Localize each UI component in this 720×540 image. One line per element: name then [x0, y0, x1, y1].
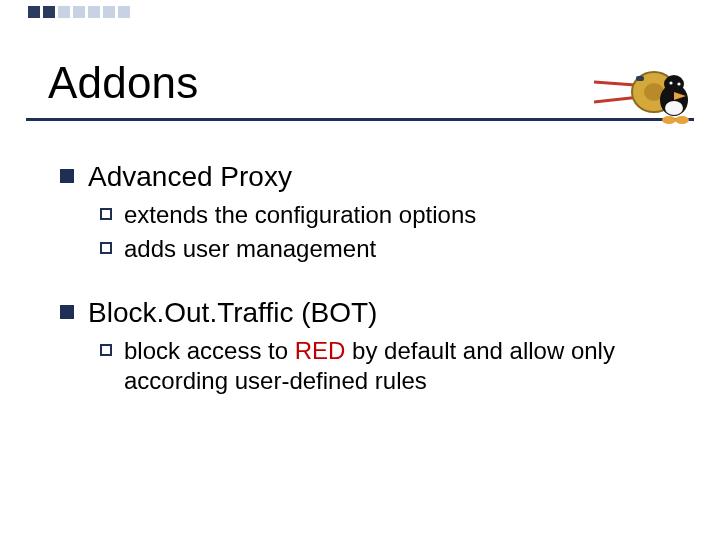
svg-point-9 [677, 82, 680, 85]
list-item-prefix: block access to [124, 337, 295, 364]
square-icon [118, 6, 130, 18]
hollow-square-bullet-icon [100, 208, 112, 220]
decoration-top-squares [28, 6, 130, 18]
hollow-square-bullet-icon [100, 344, 112, 356]
filled-square-bullet-icon [60, 169, 74, 183]
list-item-text: adds user management [124, 234, 376, 264]
slide-title: Addons [48, 58, 198, 108]
list-item-text: block access to RED by default and allow… [124, 336, 644, 396]
list-item: adds user management [100, 234, 680, 264]
section-heading: Block.Out.Traffic (BOT) [60, 296, 680, 330]
square-icon [58, 6, 70, 18]
hollow-square-bullet-icon [100, 242, 112, 254]
svg-point-5 [664, 75, 684, 93]
mascot-icon [594, 52, 694, 132]
svg-point-10 [662, 116, 676, 124]
svg-point-6 [665, 101, 683, 115]
section-heading-text: Block.Out.Traffic (BOT) [88, 296, 377, 330]
square-icon [88, 6, 100, 18]
square-icon [43, 6, 55, 18]
svg-rect-12 [636, 76, 644, 81]
list-item-text: extends the configuration options [124, 200, 476, 230]
svg-point-8 [669, 81, 672, 84]
square-icon [28, 6, 40, 18]
section-heading: Advanced Proxy [60, 160, 680, 194]
square-icon [73, 6, 85, 18]
list-item: extends the configuration options [100, 200, 680, 230]
slide: Addons Advanced Proxy extends the config… [0, 0, 720, 540]
section-heading-text: Advanced Proxy [88, 160, 292, 194]
slide-body: Advanced Proxy extends the configuration… [60, 150, 680, 400]
filled-square-bullet-icon [60, 305, 74, 319]
square-icon [103, 6, 115, 18]
highlight-red: RED [295, 337, 346, 364]
svg-point-11 [675, 116, 689, 124]
list-item: block access to RED by default and allow… [100, 336, 680, 396]
section-gap [60, 268, 680, 286]
